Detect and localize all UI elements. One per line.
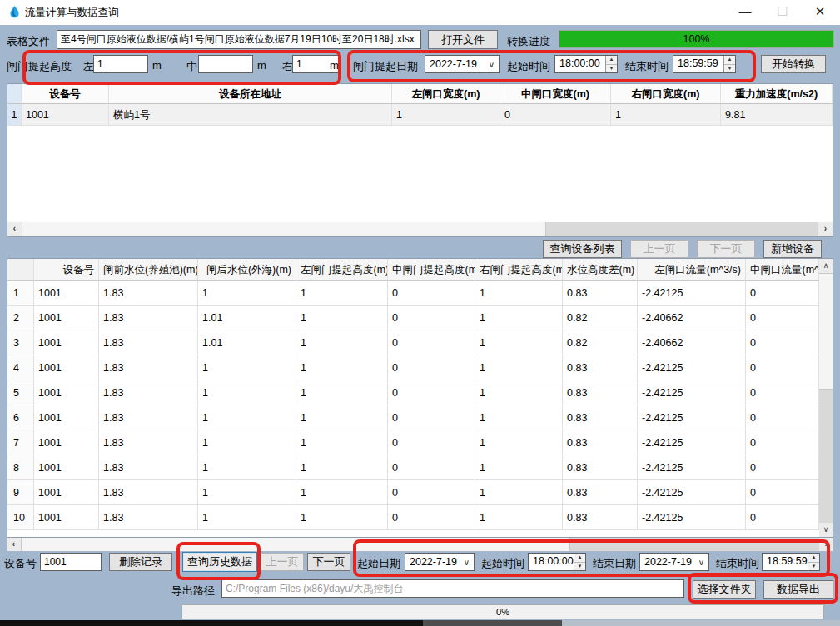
spin-down-icon[interactable]: ▼ [724, 65, 735, 73]
query-device-list-button[interactable]: 查询设备列表 [543, 240, 622, 258]
history-table-hscrollbar[interactable]: ‹ › [7, 538, 833, 551]
spin-up-icon[interactable]: ▲ [724, 56, 735, 65]
history-next-page-button[interactable]: 下一页 [307, 553, 350, 571]
start-convert-button[interactable]: 开始转换 [761, 55, 826, 73]
history-cell: 1 [296, 430, 388, 455]
history-cell: 0.83 [563, 355, 638, 380]
left-gate-height-input[interactable]: 1 [93, 55, 148, 73]
history-row-number: 1 [7, 281, 34, 306]
query-start-date-label: 起始日期 [357, 556, 400, 571]
device-prev-page-button[interactable]: 上一页 [630, 240, 688, 258]
scrollbar-thumb[interactable] [22, 222, 546, 236]
start-time-label: 起始时间 [507, 59, 550, 74]
history-row[interactable]: 410011.8311010.83-2.421250 [7, 355, 833, 380]
query-end-time-spinner[interactable]: 18:59:59 ▲▼ [762, 553, 820, 571]
history-cell: -2.42125 [638, 480, 746, 505]
device-table-hscrollbar[interactable]: ‹ › [7, 222, 833, 236]
spin-down-icon[interactable]: ▼ [606, 65, 617, 73]
spin-down-icon[interactable]: ▼ [808, 563, 819, 571]
history-cell: 1 [475, 480, 563, 505]
history-row[interactable]: 110011.8311010.83-2.421250 [7, 281, 833, 306]
history-column-header: 设备号 [34, 259, 99, 281]
title-bar: 流量计算与数据查询 — ☐ ✕ [0, 0, 840, 25]
history-table-vscrollbar[interactable]: ∧ ∨ [819, 259, 833, 537]
query-history-button[interactable]: 查询历史数据 [182, 552, 257, 572]
scroll-left-icon[interactable]: ‹ [7, 538, 21, 551]
history-cell: 0 [746, 380, 819, 405]
choose-folder-button[interactable]: 选择文件夹 [693, 580, 756, 599]
history-cell: 1 [296, 455, 388, 480]
chevron-down-icon[interactable]: ∨ [464, 558, 474, 567]
spin-down-icon[interactable]: ▼ [574, 563, 585, 571]
query-start-time-value: 18:00:00 [529, 554, 574, 570]
start-time-spinner[interactable]: 18:00:00 ▲▼ [554, 55, 618, 73]
history-row[interactable]: 710011.8311010.83-2.421250 [7, 430, 833, 455]
scrollbar-thumb[interactable] [21, 538, 570, 551]
history-cell: 0 [746, 505, 819, 530]
export-path-input[interactable]: C:/Program Files (x86)/dayu/大禹控制台 [221, 579, 684, 598]
history-row[interactable]: 210011.831.011010.82-2.406620 [7, 306, 833, 330]
scroll-right-icon[interactable]: › [818, 222, 833, 236]
scrollbar-track[interactable] [819, 390, 833, 523]
history-cell: 0.83 [563, 455, 638, 480]
add-device-button[interactable]: 新增设备 [763, 240, 822, 258]
scroll-left-icon[interactable]: ‹ [7, 222, 22, 236]
history-row[interactable]: 610011.8311010.83-2.421250 [7, 405, 833, 430]
middle-gate-height-input[interactable] [198, 55, 253, 73]
history-table: 设备号闸前水位(养殖池)(m)闸后水位(外海)(m)左闸门提起高度(m)中闸门提… [7, 258, 833, 538]
scrollbar-track[interactable] [570, 538, 819, 551]
history-row[interactable]: 1010011.8311010.83-2.421250 [7, 505, 833, 530]
history-cell: 0.82 [563, 306, 638, 330]
open-file-button[interactable]: 打开文件 [428, 30, 498, 49]
history-row[interactable]: 910011.8311010.83-2.421250 [7, 480, 833, 505]
device-next-page-button[interactable]: 下一页 [697, 240, 755, 258]
device-no-label: 设备号 [4, 556, 37, 571]
history-cell: 0 [388, 380, 475, 405]
device-cell: 0 [500, 104, 611, 126]
history-cell: 1 [296, 380, 388, 405]
scrollbar-thumb[interactable] [819, 273, 833, 390]
history-cell: 0.83 [563, 281, 638, 306]
device-no-input[interactable]: 1001 [40, 553, 102, 571]
history-cell: 1001 [34, 405, 99, 430]
scroll-up-icon[interactable]: ∧ [819, 259, 833, 273]
end-time-spinner[interactable]: 18:59:59 ▲▼ [673, 55, 736, 73]
history-cell: 0 [388, 430, 475, 455]
history-row-number: 2 [7, 306, 34, 330]
scroll-down-icon[interactable]: ∨ [819, 523, 833, 537]
history-prev-page-button[interactable]: 上一页 [261, 553, 304, 571]
file-path-input[interactable]: 至4号闸口原始液位数据/横屿1号闸口原始液位数据7月19日10时至20日18时.… [57, 30, 421, 49]
query-end-date-select[interactable]: 2022-7-19 ∨ [639, 553, 709, 571]
spin-up-icon[interactable]: ▲ [574, 554, 585, 563]
history-row[interactable]: 510011.8311010.83-2.421250 [7, 380, 833, 405]
history-cell: -2.40662 [638, 306, 746, 330]
history-cell: 1.01 [198, 330, 296, 355]
history-cell: -2.42125 [638, 355, 746, 380]
history-cell: 1 [198, 355, 296, 380]
history-cell: 1 [198, 380, 296, 405]
history-row[interactable]: 310011.831.011010.82-2.406620 [7, 330, 833, 355]
device-cell: 9.81 [721, 104, 833, 126]
close-button[interactable]: ✕ [802, 0, 838, 23]
spin-up-icon[interactable]: ▲ [606, 56, 617, 65]
history-row[interactable]: 810011.8311010.83-2.421250 [7, 455, 833, 480]
device-column-header: 重力加速度(m/s2) [721, 84, 833, 104]
delete-record-button[interactable]: 删除记录 [109, 553, 172, 571]
gate-date-select[interactable]: 2022-7-19 ∨ [425, 55, 500, 73]
query-start-date-select[interactable]: 2022-7-19 ∨ [405, 553, 475, 571]
device-row[interactable]: 11001横屿1号1019.81 [7, 104, 833, 126]
history-cell: 1.83 [99, 405, 198, 430]
history-column-header: 左闸口流量(m^3/s) [638, 259, 746, 281]
history-header-row: 设备号闸前水位(养殖池)(m)闸后水位(外海)(m)左闸门提起高度(m)中闸门提… [7, 259, 833, 281]
query-start-time-spinner[interactable]: 18:00:00 ▲▼ [528, 553, 586, 571]
history-cell: 1001 [34, 355, 99, 380]
chevron-down-icon[interactable]: ∨ [698, 558, 708, 567]
maximize-button[interactable]: ☐ [764, 0, 801, 23]
chevron-down-icon[interactable]: ∨ [489, 60, 499, 69]
minimize-button[interactable]: — [727, 0, 763, 23]
spin-up-icon[interactable]: ▲ [808, 554, 819, 563]
scrollbar-track[interactable] [546, 222, 818, 236]
data-export-button[interactable]: 数据导出 [763, 580, 833, 599]
scroll-right-icon[interactable]: › [819, 538, 833, 551]
history-column-header: 左闸门提起高度(m) [296, 259, 388, 281]
